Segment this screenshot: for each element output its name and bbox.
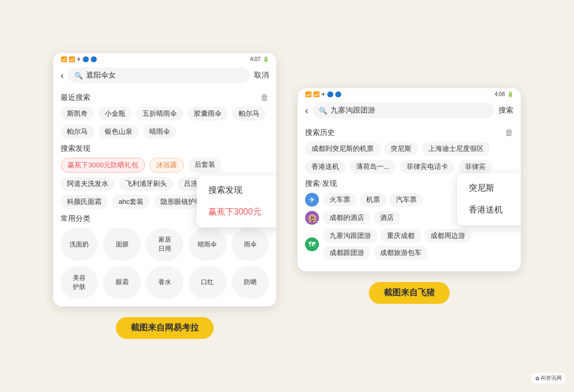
left-recent-title: 最近搜索 🗑: [61, 93, 269, 103]
discovery-icon-tour: 🗺: [305, 237, 319, 251]
right-signal: 📶 📶 ✈ 🔵 🔵: [305, 91, 341, 97]
tag-item[interactable]: 成都的酒店: [323, 211, 370, 225]
right-back-button[interactable]: ‹: [305, 105, 308, 116]
tag-item[interactable]: 薄荷岛一...: [350, 160, 396, 174]
tag-item[interactable]: 机票: [360, 193, 386, 207]
tag-item[interactable]: 胶囊雨伞: [188, 107, 228, 121]
left-back-button[interactable]: ‹: [61, 70, 64, 81]
discovery-icon-flight: ✈: [305, 193, 319, 207]
tooltip-item[interactable]: 赢蕉下3000元: [197, 201, 276, 223]
tag-highlight-item[interactable]: 赢蕉下3000元防晒礼包: [61, 158, 145, 173]
category-item[interactable]: 美容护肤: [61, 266, 98, 299]
category-item[interactable]: 洗面奶: [61, 228, 98, 261]
tag-item[interactable]: 酒店: [374, 211, 400, 225]
tag-item[interactable]: 菲律宾: [459, 160, 492, 174]
category-item[interactable]: 晴雨伞: [189, 228, 226, 261]
tag-item[interactable]: 上海迪士尼度假区: [422, 142, 490, 156]
category-item[interactable]: 家居日用: [146, 228, 183, 261]
tag-item[interactable]: 后套装: [188, 158, 222, 173]
tag-item[interactable]: 成都跟团游: [323, 246, 370, 260]
tag-item[interactable]: 火车票: [323, 193, 357, 207]
search-icon: 🔍: [74, 72, 83, 80]
right-time: 4:08 🔋: [495, 91, 513, 97]
left-category-grid: 洗面奶 面膜 家居日用 晴雨伞 雨伞 美容护肤 眼霜 香水 口红 防晒: [61, 228, 269, 299]
tag-item[interactable]: 帕尔马: [61, 125, 94, 139]
tag-item[interactable]: 飞利浦牙刷头: [119, 177, 173, 191]
tag-item[interactable]: 重庆成都: [381, 229, 421, 243]
tag-item[interactable]: 斯凯奇: [61, 107, 94, 121]
right-status-bar: 📶 📶 ✈ 🔵 🔵 4:08 🔋: [298, 88, 521, 99]
discovery-tags-group1: 火车票 机票 汽车票: [323, 193, 423, 207]
right-phone-container: 📶 📶 ✈ 🔵 🔵 4:08 🔋 ‹ 🔍 九寨沟跟团游 搜索: [298, 88, 521, 304]
discovery-tags-group3: 九寨沟跟团游 重庆成都 成都周边游 成都跟团游 成都旅游包车: [323, 229, 513, 260]
discovery-tags-group2: 成都的酒店 酒店: [323, 211, 400, 225]
right-caption: 截图来自飞猪: [369, 282, 450, 304]
tag-item[interactable]: 菲律宾电话卡: [400, 160, 454, 174]
tag-item[interactable]: 银色山泉: [98, 125, 139, 139]
tag-item[interactable]: 突尼斯: [384, 142, 418, 156]
tag-item[interactable]: ahc套装: [112, 195, 150, 209]
tag-item[interactable]: 成都周边游: [424, 229, 471, 243]
discovery-icon-hotel: 🏨: [305, 211, 319, 225]
tag-item[interactable]: 阿道夫洗发水: [61, 177, 115, 191]
right-search-bar: ‹ 🔍 九寨沟跟团游 搜索: [298, 99, 521, 123]
category-item[interactable]: 面膜: [103, 228, 140, 261]
right-search-text: 九寨沟跟团游: [331, 106, 375, 115]
left-caption: 截图来自网易考拉: [116, 317, 214, 339]
left-signal: 📶 📶 ✈ 🔵 🔵: [61, 56, 97, 62]
right-tooltip-popup: 突尼斯 香港送机: [457, 173, 521, 225]
watermark-text: AI资讯网: [541, 374, 562, 382]
tag-item[interactable]: 汽车票: [390, 193, 423, 207]
tag-item[interactable]: 五折晴雨伞: [136, 107, 183, 121]
right-history-tags: 成都到突尼斯的机票 突尼斯 上海迪士尼度假区 香港送机 薄荷岛一... 菲律宾电…: [305, 142, 513, 174]
right-history-title: 搜索历史 🗑: [305, 128, 513, 138]
tag-item[interactable]: 成都到突尼斯的机票: [305, 142, 380, 156]
left-discovery-title: 搜索发现: [61, 144, 269, 154]
tag-item[interactable]: 帕尔马: [232, 107, 266, 121]
tag-item[interactable]: 九寨沟跟团游: [323, 229, 377, 243]
left-status-bar: 📶 📶 ✈ 🔵 🔵 4:07 🔋: [53, 53, 276, 64]
left-delete-icon[interactable]: 🗑: [260, 93, 269, 103]
category-item[interactable]: 口红: [189, 266, 226, 299]
search-icon: 🔍: [319, 107, 327, 115]
tooltip-item[interactable]: 突尼斯: [457, 177, 521, 199]
left-recent-tags: 斯凯奇 小金瓶 五折晴雨伞 胶囊雨伞 帕尔马 帕尔马 银色山泉 晴雨伞: [61, 107, 269, 139]
left-cancel-button[interactable]: 取消: [254, 71, 269, 80]
discovery-row-3: 🗺 九寨沟跟团游 重庆成都 成都周边游 成都跟团游 成都旅游包车: [305, 229, 513, 260]
left-search-input[interactable]: 🔍 遮阳伞女: [68, 67, 250, 83]
left-search-text: 遮阳伞女: [86, 71, 116, 80]
tag-item[interactable]: 晴雨伞: [143, 125, 176, 139]
tag-item[interactable]: 成都旅游包车: [374, 246, 428, 260]
right-search-input[interactable]: 🔍 九寨沟跟团游: [313, 103, 494, 118]
watermark: ✿ AI资讯网: [531, 373, 565, 384]
tooltip-item[interactable]: 香港送机: [457, 199, 521, 221]
left-phone-screen: 📶 📶 ✈ 🔵 🔵 4:07 🔋 ‹ 🔍 遮阳伞女 取消 最近: [53, 53, 276, 306]
watermark-icon: ✿: [535, 376, 539, 381]
right-search-button[interactable]: 搜索: [499, 106, 513, 115]
right-delete-icon[interactable]: 🗑: [505, 128, 513, 138]
category-item[interactable]: 眼霜: [103, 266, 140, 299]
left-search-bar: ‹ 🔍 遮阳伞女 取消: [53, 64, 276, 88]
tag-item[interactable]: 香港送机: [305, 160, 345, 174]
tag-item[interactable]: 小金瓶: [98, 107, 132, 121]
left-tooltip-popup: 搜索发现 赢蕉下3000元: [197, 175, 276, 227]
right-phone-screen: 📶 📶 ✈ 🔵 🔵 4:08 🔋 ‹ 🔍 九寨沟跟团游 搜索: [298, 88, 521, 271]
category-item[interactable]: 香水: [146, 266, 183, 299]
category-item[interactable]: 防晒: [232, 266, 269, 299]
left-time: 4:07 🔋: [250, 56, 269, 62]
tag-highlight2-item[interactable]: 沐浴露: [149, 158, 184, 173]
tag-item[interactable]: 科颜氏面霜: [61, 195, 108, 209]
category-item[interactable]: 雨伞: [232, 228, 269, 261]
tooltip-item[interactable]: 搜索发现: [197, 180, 276, 201]
left-phone-container: 📶 📶 ✈ 🔵 🔵 4:07 🔋 ‹ 🔍 遮阳伞女 取消 最近: [53, 53, 276, 338]
